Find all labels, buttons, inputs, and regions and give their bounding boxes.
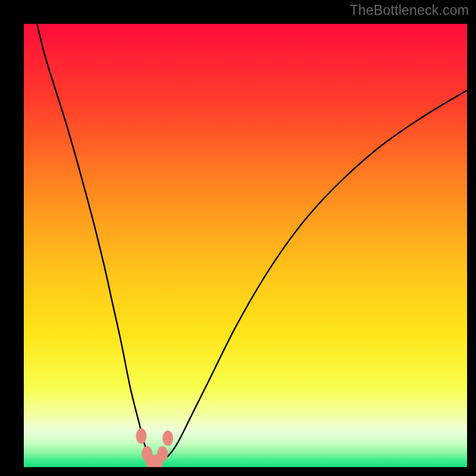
plot-area: [24, 24, 467, 467]
chart-frame: TheBottleneck.com: [0, 0, 476, 476]
curve-marker: [162, 431, 173, 446]
curve-marker: [136, 428, 146, 444]
curve-marker: [157, 446, 168, 462]
watermark-text: TheBottleneck.com: [350, 2, 469, 18]
gradient-background: [24, 24, 467, 467]
bottleneck-chart: [24, 24, 467, 467]
